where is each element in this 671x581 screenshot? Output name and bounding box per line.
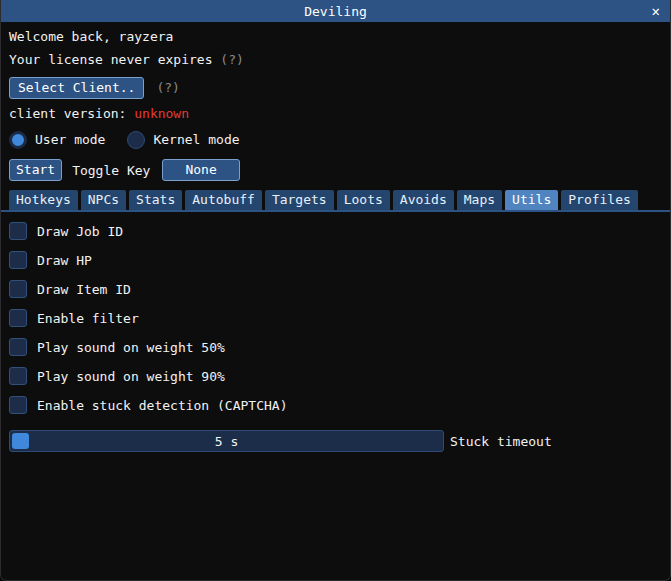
checkbox-row-sound-50: Play sound on weight 50%	[9, 338, 670, 356]
license-row: Your license never expires (?)	[9, 52, 670, 68]
license-help-icon[interactable]: (?)	[220, 52, 243, 67]
license-text: Your license never expires	[9, 52, 213, 67]
client-version-row: client version: unknown	[9, 106, 670, 122]
user-mode-radio[interactable]	[9, 131, 27, 149]
tab-stats[interactable]: Stats	[129, 190, 182, 210]
sound-weight-50-label[interactable]: Play sound on weight 50%	[37, 340, 225, 355]
sound-weight-90-label[interactable]: Play sound on weight 90%	[37, 369, 225, 384]
mode-selection-row: User mode Kernel mode	[9, 129, 670, 150]
kernel-mode-radio[interactable]	[127, 131, 145, 149]
slider-value: 5 s	[10, 431, 443, 451]
checkbox-row-draw-job-id: Draw Job ID	[9, 222, 670, 240]
sound-weight-90-checkbox[interactable]	[9, 367, 27, 385]
tab-loots[interactable]: Loots	[337, 190, 390, 210]
window-title: Deviling	[304, 4, 367, 19]
draw-hp-label[interactable]: Draw HP	[37, 253, 92, 268]
tab-bar: Hotkeys NPCs Stats Autobuff Targets Loot…	[1, 190, 670, 212]
draw-item-id-label[interactable]: Draw Item ID	[37, 282, 131, 297]
tab-npcs[interactable]: NPCs	[81, 190, 126, 210]
select-client-help-icon[interactable]: (?)	[156, 80, 179, 95]
stuck-detection-checkbox[interactable]	[9, 396, 27, 414]
toggle-key-button[interactable]: None	[162, 159, 239, 181]
checkbox-row-draw-item-id: Draw Item ID	[9, 280, 670, 298]
checkbox-row-draw-hp: Draw HP	[9, 251, 670, 269]
welcome-text: Welcome back, rayzera	[9, 29, 670, 45]
sound-weight-50-checkbox[interactable]	[9, 338, 27, 356]
app-window: Deviling ✕ Welcome back, rayzera Your li…	[0, 0, 671, 581]
select-client-row: Select Client.. (?)	[9, 76, 670, 99]
client-version-value: unknown	[134, 106, 189, 121]
tab-hotkeys[interactable]: Hotkeys	[9, 190, 78, 210]
client-version-label: client version:	[9, 106, 134, 121]
kernel-mode-label[interactable]: Kernel mode	[153, 132, 239, 147]
stuck-detection-label[interactable]: Enable stuck detection (CAPTCHA)	[37, 398, 287, 413]
draw-item-id-checkbox[interactable]	[9, 280, 27, 298]
user-mode-label[interactable]: User mode	[35, 132, 105, 147]
checkbox-row-stuck-detection: Enable stuck detection (CAPTCHA)	[9, 396, 670, 414]
checkbox-row-sound-90: Play sound on weight 90%	[9, 367, 670, 385]
tab-avoids[interactable]: Avoids	[393, 190, 454, 210]
tab-profiles[interactable]: Profiles	[561, 190, 638, 210]
checkbox-row-enable-filter: Enable filter	[9, 309, 670, 327]
tab-autobuff[interactable]: Autobuff	[185, 190, 262, 210]
utils-checklist: Draw Job ID Draw HP Draw Item ID Enable …	[9, 222, 670, 414]
tab-maps[interactable]: Maps	[457, 190, 502, 210]
title-bar[interactable]: Deviling ✕	[1, 0, 670, 22]
enable-filter-checkbox[interactable]	[9, 309, 27, 327]
toggle-key-label: Toggle Key	[72, 163, 150, 178]
draw-job-id-checkbox[interactable]	[9, 222, 27, 240]
start-row: Start Toggle Key None	[9, 159, 670, 181]
tab-targets[interactable]: Targets	[265, 190, 334, 210]
tab-utils[interactable]: Utils	[505, 190, 558, 210]
main-content: Welcome back, rayzera Your license never…	[1, 29, 670, 452]
start-button[interactable]: Start	[9, 159, 62, 181]
close-icon[interactable]: ✕	[652, 0, 660, 22]
draw-job-id-label[interactable]: Draw Job ID	[37, 224, 123, 239]
select-client-button[interactable]: Select Client..	[9, 77, 144, 99]
stuck-timeout-label: Stuck timeout	[450, 434, 552, 449]
enable-filter-label[interactable]: Enable filter	[37, 311, 139, 326]
stuck-timeout-row: 5 s Stuck timeout	[9, 430, 670, 452]
stuck-timeout-slider[interactable]: 5 s	[9, 430, 444, 452]
draw-hp-checkbox[interactable]	[9, 251, 27, 269]
